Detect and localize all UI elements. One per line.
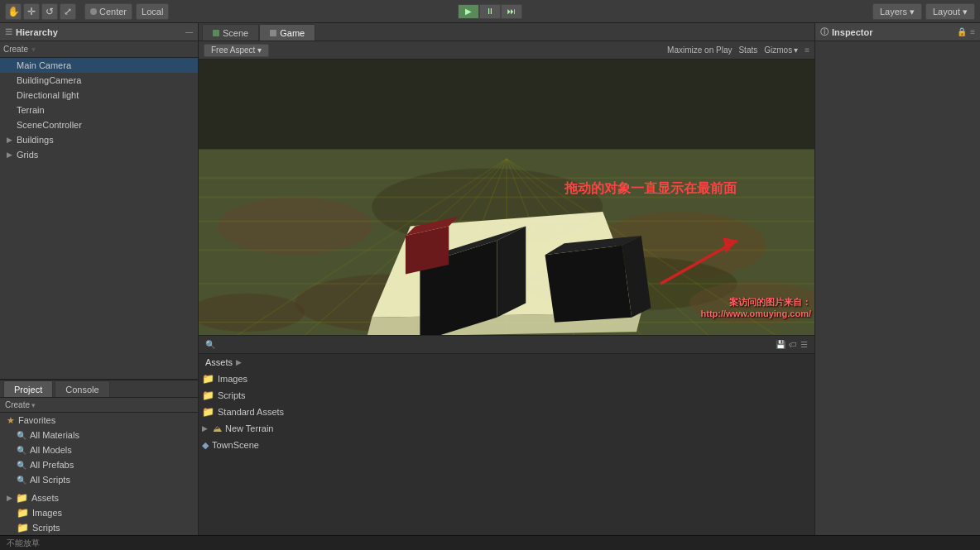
terrain-icon: ⛰ (213, 423, 222, 433)
hierarchy-item[interactable]: BuildingCamera (0, 73, 198, 88)
assets-search-bar: 🔍 💾 🏷 ☰ (199, 336, 814, 354)
folder-icon: 📁 (17, 522, 29, 533)
assets-header: Assets ▶ (199, 354, 814, 371)
toolbar-icon-sm[interactable]: ≡ (805, 45, 809, 55)
hierarchy-header: ☰ Hierarchy — (0, 23, 198, 41)
asset-item[interactable]: ◆ TownScene (199, 437, 814, 453)
layout-dropdown[interactable]: Layout ▾ (925, 3, 975, 20)
hierarchy-item[interactable]: Terrain (0, 103, 198, 117)
free-aspect-dropdown[interactable]: Free Aspect ▾ (204, 44, 269, 57)
lock-icon[interactable]: 🔒 (957, 27, 967, 36)
game-tab-icon (270, 30, 276, 36)
info-icon: ⓘ (820, 26, 829, 38)
arrow-icon: ▶ (202, 424, 208, 433)
search-icon: 🔍 (17, 461, 26, 470)
search-icon: 🔍 (205, 340, 215, 349)
hierarchy-title: Hierarchy (16, 27, 58, 37)
assets-right-panel: 🔍 💾 🏷 ☰ Assets ▶ 📁 Images 📁 (199, 335, 814, 550)
favorites-header: ★ Favorites (0, 413, 198, 428)
layers-dropdown[interactable]: Layers ▾ (872, 3, 922, 20)
project-folder-item[interactable]: 📁 Scripts (0, 520, 198, 535)
project-toolbar: Create ▾ (0, 398, 198, 413)
hierarchy-icon: ☰ (5, 27, 12, 36)
scene-icon: ◆ (202, 440, 209, 451)
center-button[interactable]: Center (84, 3, 132, 20)
tab-project[interactable]: Project (3, 380, 53, 397)
scene-toolbar: Free Aspect ▾ Maximize on Play Stats Giz… (199, 41, 814, 60)
create-label[interactable]: Create (3, 45, 28, 54)
hierarchy-panel: ☰ Hierarchy — Create ▾ Main Camera Build… (0, 23, 199, 550)
tab-game[interactable]: Game (259, 24, 315, 41)
local-button[interactable]: Local (136, 3, 169, 20)
search-icon: 🔍 (17, 476, 26, 485)
svg-text:拖动的对象一直显示在最前面: 拖动的对象一直显示在最前面 (564, 180, 737, 195)
rotate-tool-icon[interactable]: ↺ (41, 3, 58, 20)
arrow-icon: ▶ (7, 151, 13, 159)
search-icon: 🔍 (17, 431, 26, 440)
pause-button[interactable]: ⏸ (479, 4, 501, 19)
scale-tool-icon[interactable]: ⤢ (60, 3, 76, 20)
folder-icon: 📁 (202, 390, 214, 401)
hierarchy-item[interactable]: Main Camera (0, 58, 198, 73)
project-item[interactable]: 🔍 All Materials (0, 428, 198, 442)
main-layout: ☰ Hierarchy — Create ▾ Main Camera Build… (0, 23, 980, 550)
gizmos-dropdown[interactable]: Gizmos ▾ (764, 45, 798, 55)
project-item[interactable]: 🔍 All Prefabs (0, 457, 198, 472)
asset-item[interactable]: 📁 Images (199, 371, 814, 387)
scene-tab-icon (213, 30, 219, 36)
game-viewport[interactable]: 拖动的对象一直显示在最前面 案访问的图片来自： http://www.omuyi… (199, 60, 814, 335)
create-label[interactable]: Create (5, 400, 30, 409)
scene-toolbar-right: Maximize on Play Stats Gizmos ▾ ≡ (667, 45, 809, 55)
status-text: 不能放草 (7, 538, 40, 549)
chevron-down-icon: ▾ (963, 7, 968, 17)
folder-icon: 📁 (202, 373, 214, 385)
hand-tool-icon[interactable]: ✋ (5, 3, 22, 20)
hierarchy-toolbar: Create ▾ (0, 41, 198, 58)
asset-item[interactable]: ▶ ⛰ New Terrain (199, 420, 814, 437)
tag-icon[interactable]: 🏷 (789, 340, 797, 349)
watermark: 案访问的图片来自： http://www.omuying.com/ (701, 296, 811, 318)
chevron-down-icon: ▾ (257, 45, 262, 55)
play-controls: ▶ ⏸ ⏭ (458, 4, 522, 19)
star-icon: ★ (7, 415, 15, 426)
tab-console[interactable]: Console (55, 380, 109, 397)
step-button[interactable]: ⏭ (501, 4, 522, 19)
tab-scene[interactable]: Scene (202, 24, 259, 41)
asset-item[interactable]: 📁 Standard Assets (199, 404, 814, 420)
move-tool-icon[interactable]: ✛ (23, 3, 40, 20)
play-button[interactable]: ▶ (458, 4, 479, 19)
folder-icon: 📁 (16, 492, 28, 504)
project-folder-item[interactable]: 📁 Images (0, 505, 198, 520)
search-icon: 🔍 (17, 446, 26, 455)
project-left-content: ★ Favorites 🔍 All Materials 🔍 All Models… (0, 413, 198, 550)
chevron-down-icon: ▾ (910, 7, 915, 17)
save-icon[interactable]: 💾 (776, 340, 785, 349)
search-input[interactable] (219, 340, 772, 349)
menu-icon[interactable]: ≡ (970, 27, 975, 36)
hierarchy-item[interactable]: SceneController (0, 117, 198, 132)
project-item[interactable]: 🔍 All Scripts (0, 472, 198, 487)
status-bar: 不能放草 (0, 535, 980, 550)
inspector-header: ⓘ Inspector 🔒 ≡ (815, 23, 980, 41)
hierarchy-item[interactable]: ▶ Grids (0, 147, 198, 162)
svg-marker-34 (545, 246, 632, 323)
viewport-tabs: Scene Game (199, 23, 814, 41)
folder-icon: 📁 (202, 406, 214, 418)
hierarchy-collapse-btn[interactable]: — (185, 28, 193, 36)
assets-section: ▶ 📁 Assets (0, 490, 198, 505)
center-panel: Scene Game Free Aspect ▾ Maximize on Pla… (199, 23, 814, 550)
bottom-panels: Project Console Create ▾ ★ Favorites 🔍 A… (0, 379, 198, 550)
inspector-panel: ⓘ Inspector 🔒 ≡ (814, 23, 980, 550)
svg-marker-31 (497, 226, 526, 317)
stats-button[interactable]: Stats (738, 45, 757, 55)
hierarchy-item[interactable]: ▶ Buildings (0, 132, 198, 147)
arrow-icon: ▶ (7, 136, 13, 144)
terrain-svg: 拖动的对象一直显示在最前面 (199, 60, 814, 335)
inspector-content (815, 41, 980, 550)
hierarchy-item[interactable]: Directional light (0, 88, 198, 103)
inspector-title: Inspector (832, 27, 873, 37)
maximize-label[interactable]: Maximize on Play (667, 45, 732, 55)
project-item[interactable]: 🔍 All Models (0, 442, 198, 457)
asset-item[interactable]: 📁 Scripts (199, 387, 814, 404)
menu-icon[interactable]: ☰ (800, 340, 808, 349)
